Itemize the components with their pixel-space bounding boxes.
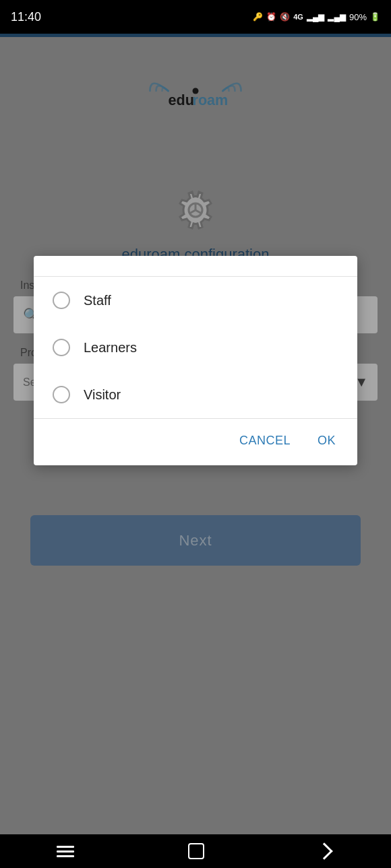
- option-staff[interactable]: Staff: [34, 277, 357, 324]
- bottom-nav: [0, 834, 391, 868]
- status-time: 11:40: [11, 10, 41, 24]
- network-4g-icon: 4G: [293, 13, 303, 21]
- dialog-actions: CANCEL OK: [34, 419, 357, 465]
- nav-home-icon[interactable]: [188, 843, 204, 859]
- nav-recents-icon[interactable]: [57, 846, 74, 857]
- dialog-spacer: [34, 256, 357, 276]
- dialog: Staff Learners Visitor CANCEL OK: [34, 256, 357, 465]
- radio-staff[interactable]: [53, 292, 70, 309]
- alarm-icon: ⏰: [266, 12, 276, 22]
- wifi-icon: ▂▄▆: [328, 12, 346, 22]
- status-icons: 🔑 ⏰ 🔇 4G ▂▄▆ ▂▄▆ 90% 🔋: [253, 12, 380, 22]
- option-learners-label: Learners: [84, 340, 137, 356]
- status-bar: 11:40 🔑 ⏰ 🔇 4G ▂▄▆ ▂▄▆ 90% 🔋: [0, 0, 391, 34]
- signal-icon: ▂▄▆: [307, 12, 325, 22]
- battery-percent: 90%: [349, 12, 367, 22]
- radio-visitor[interactable]: [53, 386, 70, 403]
- option-staff-label: Staff: [84, 293, 111, 308]
- app-area: edu roam eduroam configuration Insti 🔍 P: [0, 34, 391, 834]
- option-visitor-label: Visitor: [84, 387, 121, 403]
- ok-button[interactable]: OK: [312, 430, 341, 452]
- key-icon: 🔑: [253, 12, 263, 22]
- option-learners[interactable]: Learners: [34, 324, 357, 371]
- battery-icon: 🔋: [370, 12, 380, 22]
- mute-icon: 🔇: [280, 12, 290, 22]
- cancel-button[interactable]: CANCEL: [234, 430, 296, 452]
- nav-back-icon[interactable]: [318, 845, 334, 857]
- option-visitor[interactable]: Visitor: [34, 371, 357, 418]
- radio-learners[interactable]: [53, 339, 70, 356]
